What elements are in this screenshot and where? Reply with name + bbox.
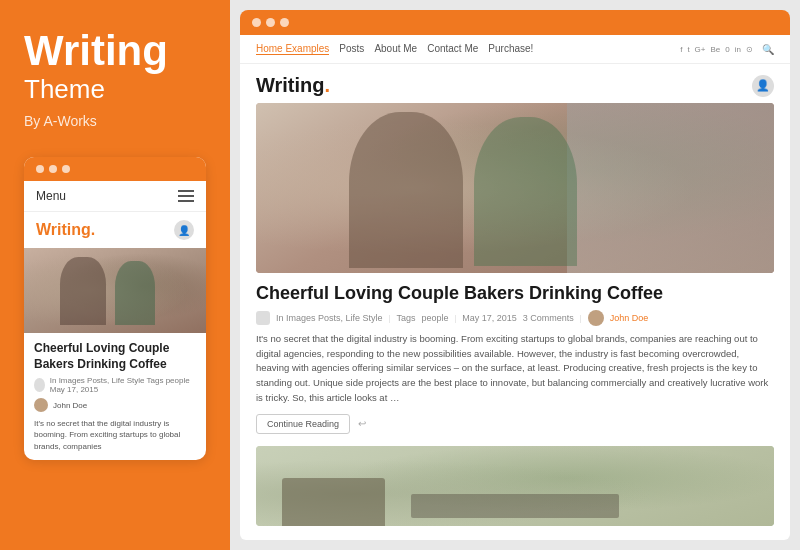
theme-title-line2: Theme	[24, 74, 206, 105]
nav-social: f t G+ Be 0 in ⊙ 🔍	[680, 44, 774, 55]
mobile-menu-label: Menu	[36, 189, 66, 203]
theme-byline: By A-Works	[24, 113, 206, 129]
browser-dot-1	[252, 18, 261, 27]
social-behance-icon[interactable]: Be	[711, 45, 721, 54]
nav-links: Home Examples Posts About Me Contact Me …	[256, 43, 533, 55]
continue-reading-button[interactable]: Continue Reading	[256, 414, 350, 434]
post-meta-sep3: |	[580, 313, 582, 323]
nav-link-home[interactable]: Home Examples	[256, 43, 329, 55]
nav-link-contact[interactable]: Contact Me	[427, 43, 478, 55]
post-author-name: John Doe	[610, 313, 649, 323]
social-facebook-icon[interactable]: f	[680, 45, 682, 54]
site-header: Writing. 👤	[240, 64, 790, 103]
post-category-icon	[256, 311, 270, 325]
post-card-primary: Cheerful Loving Couple Bakers Drinking C…	[256, 103, 774, 434]
mobile-post-meta: In Images Posts, Life Style Tags people …	[24, 376, 206, 398]
mobile-preview-card: Menu Writing. 👤 Cheerful Loving Couple B…	[24, 157, 206, 460]
post-date: May 17, 2015	[462, 313, 517, 323]
post-meta-sep1: |	[389, 313, 391, 323]
mobile-author-avatar	[34, 398, 48, 412]
social-gplus-icon[interactable]: G+	[695, 45, 706, 54]
mobile-dot-1	[36, 165, 44, 173]
hamburger-line	[178, 190, 194, 192]
social-instagram-icon[interactable]: ⊙	[746, 45, 753, 54]
mobile-meta-text: In Images Posts, Life Style Tags people …	[50, 376, 196, 394]
social-linkedin-icon[interactable]: in	[735, 45, 741, 54]
post-meta-sep2: |	[454, 313, 456, 323]
mobile-user-icon[interactable]: 👤	[174, 220, 194, 240]
post-featured-image	[256, 103, 774, 273]
nav-link-posts[interactable]: Posts	[339, 43, 364, 55]
image-bg-texture	[567, 103, 774, 273]
mobile-dot-3	[62, 165, 70, 173]
mobile-logo-text: Writing	[36, 221, 91, 238]
mobile-author-name: John Doe	[53, 401, 87, 410]
theme-title-block: Writing Theme By A-Works	[24, 30, 206, 129]
share-icon[interactable]: ↩	[358, 418, 366, 429]
site-header-user-icon[interactable]: 👤	[752, 75, 774, 97]
site-main: Cheerful Loving Couple Bakers Drinking C…	[240, 103, 790, 540]
browser-dot-3	[280, 18, 289, 27]
hamburger-line	[178, 195, 194, 197]
mobile-author-bar: John Doe	[24, 398, 206, 418]
post-author-avatar	[588, 310, 604, 326]
post-card-secondary	[256, 446, 774, 526]
post-tags: people	[421, 313, 448, 323]
mobile-post-title: Cheerful Loving Couple Bakers Drinking C…	[24, 333, 206, 376]
mobile-post-image	[24, 248, 206, 333]
hamburger-line	[178, 200, 194, 202]
post-title: Cheerful Loving Couple Bakers Drinking C…	[256, 283, 774, 304]
post-featured-image-inner	[256, 103, 774, 273]
post-second-image-inner	[256, 446, 774, 526]
site-logo-text: Writing	[256, 74, 325, 96]
hamburger-icon[interactable]	[178, 190, 194, 202]
mobile-menu-bar: Menu	[24, 181, 206, 212]
left-panel: Writing Theme By A-Works Menu Writing. 👤	[0, 0, 230, 550]
mobile-post-image-inner	[24, 248, 206, 333]
browser-dot-2	[266, 18, 275, 27]
mobile-topbar	[24, 157, 206, 181]
mobile-logo-dot: .	[91, 221, 95, 238]
mobile-meta-icon	[34, 378, 45, 392]
mobile-post-excerpt: It's no secret that the digital industry…	[24, 418, 206, 460]
site-nav: Home Examples Posts About Me Contact Me …	[240, 35, 790, 64]
mobile-logo-bar: Writing. 👤	[24, 212, 206, 248]
social-twitter-icon[interactable]: t	[687, 45, 689, 54]
post-comments: 3 Comments	[523, 313, 574, 323]
post-actions: Continue Reading ↩	[256, 414, 774, 434]
post-category: In Images Posts, Life Style	[276, 313, 383, 323]
site-logo: Writing.	[256, 74, 330, 97]
nav-link-about[interactable]: About Me	[374, 43, 417, 55]
browser-chrome	[240, 10, 790, 35]
site-logo-dot: .	[325, 74, 331, 96]
mobile-dot-2	[49, 165, 57, 173]
theme-title-line1: Writing	[24, 30, 206, 72]
nav-link-purchase[interactable]: Purchase!	[488, 43, 533, 55]
post-second-image	[256, 446, 774, 526]
post-tags-label: Tags	[396, 313, 415, 323]
social-icon5[interactable]: 0	[725, 45, 729, 54]
mobile-site-logo: Writing.	[36, 221, 95, 239]
browser-content: Home Examples Posts About Me Contact Me …	[240, 35, 790, 540]
post-meta-row: In Images Posts, Life Style | Tags peopl…	[256, 310, 774, 326]
search-icon[interactable]: 🔍	[762, 44, 774, 55]
post-excerpt: It's no secret that the digital industry…	[256, 332, 774, 406]
right-panel: Home Examples Posts About Me Contact Me …	[230, 0, 800, 550]
